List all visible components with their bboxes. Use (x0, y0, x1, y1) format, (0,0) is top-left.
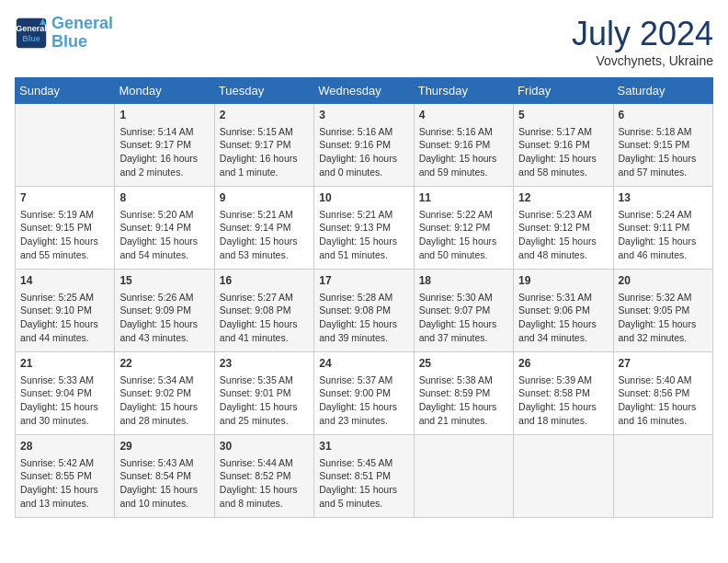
svg-text:General: General (16, 24, 47, 33)
weekday-header-sunday: Sunday (16, 78, 115, 104)
month-title: July 2024 (572, 15, 713, 53)
day-info-text: Sunset: 9:09 PM (119, 304, 209, 317)
calendar-week-row: 28Sunrise: 5:42 AMSunset: 8:55 PMDayligh… (16, 435, 713, 518)
day-info-text: Daylight: 15 hours (319, 317, 408, 331)
day-info-text: Sunrise: 5:40 AM (619, 373, 708, 387)
day-info-text: and 50 minutes. (419, 248, 508, 262)
calendar-table: SundayMondayTuesdayWednesdayThursdayFrid… (15, 77, 713, 518)
day-info-text: and 46 minutes. (619, 248, 708, 262)
logo-text: General Blue (51, 15, 113, 52)
calendar-cell: 24Sunrise: 5:37 AMSunset: 9:00 PMDayligh… (314, 352, 414, 435)
day-info-text: Sunset: 8:54 PM (119, 469, 209, 483)
day-info-text: Daylight: 16 hours (319, 152, 408, 166)
weekday-header-saturday: Saturday (613, 78, 712, 104)
calendar-cell: 11Sunrise: 5:22 AMSunset: 9:12 PMDayligh… (414, 187, 513, 270)
day-number: 22 (119, 356, 209, 372)
day-info-text: and 53 minutes. (220, 248, 309, 262)
calendar-cell: 5Sunrise: 5:17 AMSunset: 9:16 PMDaylight… (514, 104, 613, 187)
day-number: 1 (119, 108, 209, 123)
day-info-text: Daylight: 15 hours (419, 235, 508, 248)
day-info-text: and 28 minutes. (119, 414, 209, 428)
day-info-text: and 13 minutes. (20, 497, 109, 511)
day-info-text: Sunrise: 5:33 AM (20, 373, 109, 387)
day-info-text: and 55 minutes. (20, 248, 109, 262)
day-info-text: and 0 minutes. (319, 166, 408, 179)
day-info-text: Sunrise: 5:38 AM (419, 373, 508, 387)
day-info-text: Sunset: 9:12 PM (518, 221, 608, 235)
day-info-text: Daylight: 15 hours (619, 317, 708, 331)
day-info-text: Daylight: 15 hours (518, 235, 608, 248)
calendar-cell: 25Sunrise: 5:38 AMSunset: 8:59 PMDayligh… (414, 352, 513, 435)
calendar-cell: 1Sunrise: 5:14 AMSunset: 9:17 PMDaylight… (115, 104, 214, 187)
day-info-text: Sunset: 9:17 PM (119, 138, 209, 152)
day-number: 4 (419, 108, 508, 123)
day-number: 16 (220, 273, 309, 289)
day-info-text: and 57 minutes. (619, 166, 708, 179)
day-number: 3 (319, 108, 408, 123)
day-info-text: Sunrise: 5:44 AM (220, 456, 309, 470)
day-info-text: Sunrise: 5:21 AM (220, 208, 309, 222)
day-number: 25 (419, 356, 508, 372)
calendar-cell: 30Sunrise: 5:44 AMSunset: 8:52 PMDayligh… (214, 435, 313, 518)
day-number: 11 (419, 190, 508, 206)
day-info-text: Daylight: 15 hours (518, 152, 608, 166)
day-info-text: Sunset: 9:08 PM (220, 304, 309, 317)
calendar-cell: 10Sunrise: 5:21 AMSunset: 9:13 PMDayligh… (314, 187, 414, 270)
day-number: 10 (319, 190, 408, 206)
day-number: 23 (220, 356, 309, 372)
day-info-text: Sunset: 9:00 PM (319, 386, 408, 400)
day-number: 30 (220, 439, 309, 454)
day-info-text: Sunset: 9:06 PM (518, 304, 608, 317)
day-info-text: and 43 minutes. (119, 331, 209, 345)
day-number: 31 (319, 439, 408, 454)
day-info-text: Sunset: 9:13 PM (319, 221, 408, 235)
day-info-text: Daylight: 15 hours (119, 483, 209, 497)
calendar-cell: 19Sunrise: 5:31 AMSunset: 9:06 PMDayligh… (514, 270, 613, 352)
calendar-cell: 29Sunrise: 5:43 AMSunset: 8:54 PMDayligh… (115, 435, 214, 518)
day-info-text: and 51 minutes. (319, 248, 408, 262)
calendar-cell (414, 435, 513, 518)
day-info-text: Sunset: 8:51 PM (319, 469, 408, 483)
day-info-text: Daylight: 15 hours (419, 400, 508, 414)
day-info-text: and 59 minutes. (419, 166, 508, 179)
calendar-cell: 2Sunrise: 5:15 AMSunset: 9:17 PMDaylight… (214, 104, 313, 187)
day-info-text: and 34 minutes. (518, 331, 608, 345)
day-info-text: Sunrise: 5:14 AM (119, 125, 209, 139)
day-number: 21 (20, 356, 109, 372)
day-info-text: Daylight: 15 hours (220, 235, 309, 248)
day-info-text: Sunset: 9:04 PM (20, 386, 109, 400)
calendar-cell: 13Sunrise: 5:24 AMSunset: 9:11 PMDayligh… (613, 187, 712, 270)
day-info-text: Sunset: 8:55 PM (20, 469, 109, 483)
day-info-text: Sunrise: 5:22 AM (419, 208, 508, 222)
weekday-header-monday: Monday (115, 78, 214, 104)
day-info-text: and 48 minutes. (518, 248, 608, 262)
calendar-week-row: 21Sunrise: 5:33 AMSunset: 9:04 PMDayligh… (16, 352, 713, 435)
calendar-cell: 4Sunrise: 5:16 AMSunset: 9:16 PMDaylight… (414, 104, 513, 187)
day-info-text: Sunset: 9:07 PM (419, 304, 508, 317)
day-info-text: Daylight: 15 hours (619, 400, 708, 414)
day-info-text: and 39 minutes. (319, 331, 408, 345)
day-number: 7 (20, 190, 109, 206)
day-info-text: Sunrise: 5:21 AM (319, 208, 408, 222)
calendar-cell: 17Sunrise: 5:28 AMSunset: 9:08 PMDayligh… (314, 270, 414, 352)
day-info-text: and 2 minutes. (119, 166, 209, 179)
day-info-text: and 41 minutes. (220, 331, 309, 345)
day-info-text: and 37 minutes. (419, 331, 508, 345)
day-number: 9 (220, 190, 309, 206)
day-info-text: and 18 minutes. (518, 414, 608, 428)
day-info-text: Sunset: 8:59 PM (419, 386, 508, 400)
day-info-text: Sunset: 9:15 PM (20, 221, 109, 235)
day-info-text: Sunrise: 5:28 AM (319, 291, 408, 304)
calendar-cell: 6Sunrise: 5:18 AMSunset: 9:15 PMDaylight… (613, 104, 712, 187)
day-info-text: Sunrise: 5:31 AM (518, 291, 608, 304)
day-info-text: and 16 minutes. (619, 414, 708, 428)
day-info-text: Sunrise: 5:30 AM (419, 291, 508, 304)
day-info-text: Daylight: 15 hours (518, 400, 608, 414)
logo: General Blue General Blue (15, 15, 113, 52)
day-info-text: Daylight: 15 hours (619, 235, 708, 248)
day-info-text: Daylight: 15 hours (20, 235, 109, 248)
day-info-text: Daylight: 15 hours (518, 317, 608, 331)
day-info-text: and 54 minutes. (119, 248, 209, 262)
weekday-header-thursday: Thursday (414, 78, 513, 104)
day-number: 8 (119, 190, 209, 206)
